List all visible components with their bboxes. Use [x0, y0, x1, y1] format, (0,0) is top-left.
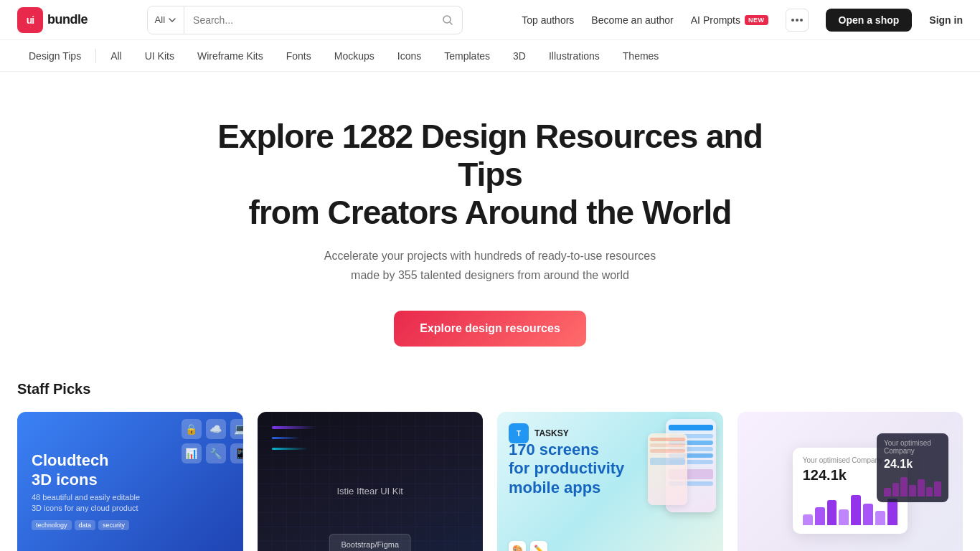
phone-mockup-2 — [648, 433, 687, 505]
tasksy-name: TASKSY — [534, 428, 569, 438]
ai-prompts-link[interactable]: AI Prompts NEW — [691, 14, 768, 26]
open-shop-button[interactable]: Open a shop — [826, 9, 913, 32]
card1-subtitle: 48 beautiful and easily editable3D icons… — [32, 492, 229, 514]
card-analytics[interactable]: Your optimised Company 124.1k — [738, 412, 963, 551]
glow-line-3 — [272, 448, 308, 450]
staff-picks-section: Staff Picks Cloudtech3D icons 48 beautif… — [0, 381, 980, 551]
more-options-button[interactable] — [786, 9, 809, 32]
search-button[interactable] — [433, 6, 462, 34]
sign-in-button[interactable]: Sign in — [929, 14, 963, 26]
nav-illustrations[interactable]: Illustrations — [537, 40, 611, 71]
decorative-icons: 🔒 ☁️ 💻 📊 🔧 📱 — [182, 419, 243, 463]
card-tasksy[interactable]: T TASKSY 170 screensfor productivitymobi… — [497, 412, 723, 551]
nav-design-tips[interactable]: Design Tips — [17, 40, 93, 71]
dot-icon — [791, 19, 794, 22]
nav-themes[interactable]: Themes — [611, 40, 671, 71]
tasksy-big-text: 170 screensfor productivitymobile apps — [509, 441, 624, 497]
nav-icons[interactable]: Icons — [386, 40, 433, 71]
hero-subtitle: Accelerate your projects with hundreds o… — [184, 246, 796, 285]
glow-line-2 — [272, 437, 301, 439]
hero-section: Explore 1282 Design Resources and Tips f… — [167, 72, 813, 381]
card-image-4: Your optimised Company 124.1k — [738, 412, 963, 551]
analytics-card-floating: Your optimised Company 24.1k — [877, 433, 948, 502]
nav-fonts[interactable]: Fonts — [275, 40, 323, 71]
search-filter-dropdown[interactable]: All — [148, 6, 184, 34]
hero-title: Explore 1282 Design Resources and Tips f… — [184, 118, 796, 232]
tasksy-badges: 🎨 ✏️ — [509, 541, 547, 551]
card-cloudtech[interactable]: Cloudtech3D icons 48 beautiful and easil… — [17, 412, 243, 551]
nav-ui-kits[interactable]: UI Kits — [133, 40, 186, 71]
ui-kit-label: Istie Iftear UI Kit — [337, 486, 403, 496]
cards-grid: Cloudtech3D icons 48 beautiful and easil… — [17, 412, 963, 551]
grid-lines-decor — [258, 412, 484, 551]
search-icon — [442, 14, 453, 26]
floating-card: Bootstrap/Figma — [329, 534, 411, 551]
card-ui-kit[interactable]: Istie Iftear UI Kit Bootstrap/Figma Isti… — [258, 412, 484, 551]
logo-icon: ui — [17, 7, 43, 33]
explore-button[interactable]: Explore design resources — [394, 311, 586, 347]
nav-3d[interactable]: 3D — [501, 40, 537, 71]
search-bar: All — [147, 6, 463, 34]
logo[interactable]: ui bundle — [17, 7, 88, 33]
new-badge: NEW — [745, 15, 768, 25]
nav-divider — [95, 49, 96, 63]
dot-icon — [796, 19, 798, 22]
card1-tags: technology data security — [32, 520, 229, 530]
mini-bar-chart — [884, 475, 941, 496]
glow-line — [272, 426, 315, 429]
nav-all[interactable]: All — [99, 40, 133, 71]
nav-templates[interactable]: Templates — [433, 40, 501, 71]
top-authors-link[interactable]: Top authors — [522, 14, 574, 26]
become-author-link[interactable]: Become an author — [591, 14, 673, 26]
card-image-2: Istie Iftear UI Kit Bootstrap/Figma — [258, 412, 484, 551]
logo-text: bundle — [47, 12, 88, 27]
chevron-down-icon — [168, 16, 176, 24]
category-nav: Design Tips All UI Kits Wireframe Kits F… — [0, 40, 980, 72]
card-image-3: T TASKSY 170 screensfor productivitymobi… — [497, 412, 723, 551]
dot-icon — [800, 19, 803, 22]
staff-picks-title: Staff Picks — [17, 381, 963, 397]
search-filter-label: All — [155, 14, 165, 25]
card-image-1: Cloudtech3D icons 48 beautiful and easil… — [17, 412, 243, 551]
top-nav: Top authors Become an author AI Prompts … — [522, 9, 963, 32]
nav-wireframe-kits[interactable]: Wireframe Kits — [186, 40, 275, 71]
search-input[interactable] — [184, 14, 433, 26]
nav-mockups[interactable]: Mockups — [323, 40, 386, 71]
